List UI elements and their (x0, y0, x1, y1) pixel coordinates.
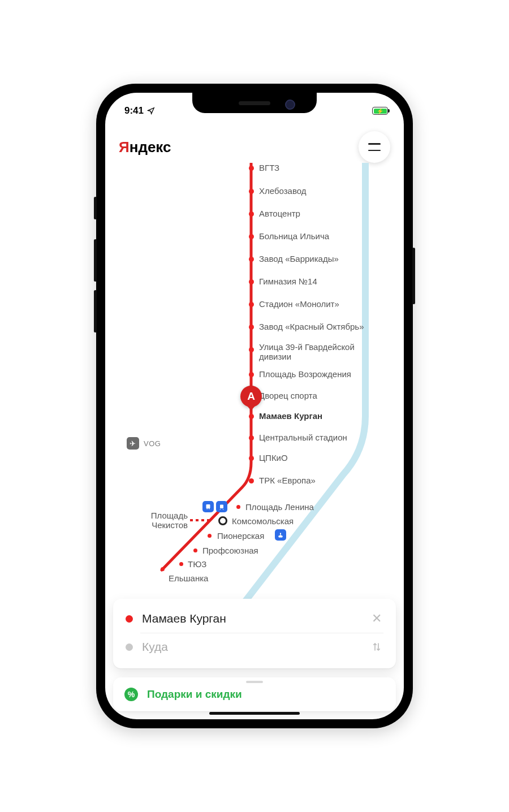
menu-button[interactable] (359, 131, 390, 163)
svg-rect-4 (280, 533, 281, 535)
route-to-placeholder: Куда (142, 640, 361, 654)
drag-handle[interactable] (246, 681, 263, 683)
location-arrow-icon (147, 107, 155, 115)
station-profsoyuznaya[interactable]: Профсоюзная (202, 546, 258, 555)
station-chekistov[interactable]: Площадь Чекистов (144, 511, 188, 530)
notch (192, 93, 317, 113)
station-bolnica[interactable]: Больница Ильича (259, 231, 329, 241)
station-barrikady[interactable]: Завод «Баррикады» (259, 254, 339, 264)
metro-map[interactable]: ВГТЗ Хлебозавод Автоцентр Больница Ильич… (105, 163, 404, 611)
status-time: 9:41 (124, 105, 144, 116)
swap-icon (372, 641, 382, 653)
station-dvorec[interactable]: Дворец спорта (259, 391, 317, 400)
station-avtocentr[interactable]: Автоцентр (259, 209, 300, 218)
route-card: Мамаев Курган ✕ Куда (113, 599, 396, 668)
station-vozrozhdenie[interactable]: Площадь Возрождения (259, 369, 351, 379)
home-indicator[interactable] (209, 712, 300, 715)
station-vgtz[interactable]: ВГТЗ (259, 163, 279, 172)
svg-rect-2 (209, 508, 210, 509)
route-to-row[interactable]: Куда (123, 633, 386, 660)
amenity-tram-icon[interactable] (216, 501, 227, 512)
screen: 9:41 ⚡ Яндекс (105, 93, 404, 719)
offers-label: Подарки и скидки (147, 688, 242, 701)
station-komsomolskaya[interactable]: Комсомольская (232, 516, 294, 526)
station-centralniy[interactable]: Центральный стадион (259, 433, 347, 442)
station-oktyabr[interactable]: Завод «Красный Октябрь» (259, 322, 364, 331)
from-dot-icon (126, 615, 133, 623)
header: Яндекс (105, 121, 404, 163)
from-marker[interactable]: A (240, 386, 262, 407)
clear-from-button[interactable]: ✕ (370, 611, 383, 626)
svg-rect-0 (206, 504, 210, 508)
station-gimnaziya[interactable]: Гимназия №14 (259, 277, 317, 286)
station-tyuz[interactable]: ТЮЗ (188, 559, 206, 569)
station-elshanka[interactable]: Ельшанка (169, 573, 208, 583)
airport-badge[interactable]: ✈ VOG (127, 437, 161, 450)
amenity-boat-icon[interactable] (275, 529, 286, 541)
offers-card[interactable]: % Подарки и скидки (113, 677, 396, 711)
route-from-row[interactable]: Мамаев Курган ✕ (123, 604, 386, 633)
svg-rect-1 (207, 508, 208, 509)
amenity-bus-icon[interactable] (202, 501, 214, 512)
to-dot-icon (126, 643, 133, 651)
route-from-text: Мамаев Курган (142, 612, 361, 625)
phone-frame: 9:41 ⚡ Яндекс (96, 84, 413, 728)
menu-icon (368, 143, 381, 151)
airplane-icon: ✈ (127, 437, 139, 450)
battery-icon: ⚡ (372, 107, 388, 115)
station-monolit[interactable]: Стадион «Монолит» (259, 299, 339, 309)
station-mamaev[interactable]: Мамаев Курган (259, 411, 322, 421)
station-evropa[interactable]: ТРК «Европа» (259, 476, 316, 485)
svg-rect-3 (220, 505, 223, 509)
brand-logo[interactable]: Яндекс (119, 139, 171, 156)
station-hlebozavod[interactable]: Хлебозавод (259, 186, 306, 196)
airport-code: VOG (144, 439, 161, 448)
station-ulica39[interactable]: Улица 39-й Гвардейской дивизии (259, 342, 355, 362)
station-lenina[interactable]: Площадь Ленина (245, 502, 314, 512)
station-cpkio[interactable]: ЦПКиО (259, 453, 288, 463)
percent-icon: % (124, 688, 138, 701)
station-pionerskaya[interactable]: Пионерская (217, 531, 264, 541)
swap-button[interactable] (370, 641, 383, 653)
